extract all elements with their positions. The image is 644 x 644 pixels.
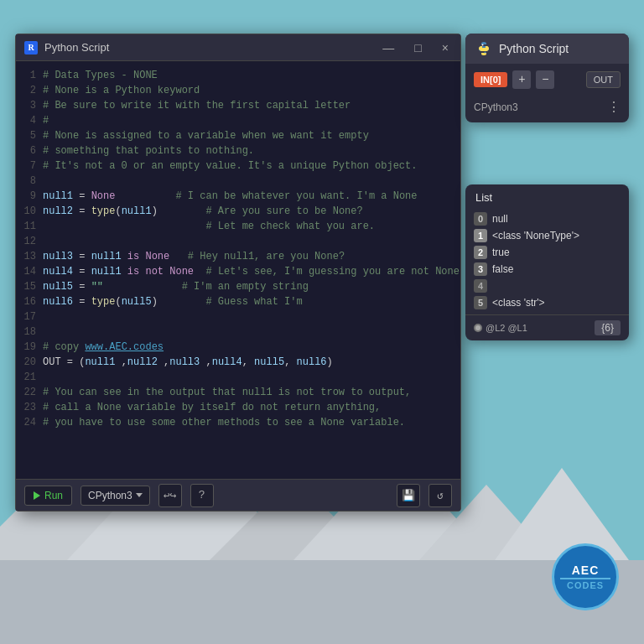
list-item-index: 2	[474, 246, 487, 259]
line-numbers: 123456789101112131415161718192021222324	[16, 61, 39, 479]
run-button[interactable]: Run	[24, 486, 72, 506]
aec-divider	[560, 578, 610, 579]
editor-statusbar: Run CPython3 ↩↪ ? 💾 ↺	[16, 479, 460, 511]
list-panel: List 0null1<class 'NoneType'>2true3false…	[465, 184, 629, 340]
node-interpreter: CPython3 ⋮	[465, 96, 629, 122]
aec-text: AEC	[572, 564, 600, 577]
window-controls: — □ ×	[379, 39, 452, 56]
list-item: 2true	[465, 244, 629, 261]
run-icon	[34, 491, 40, 500]
list-item: 4	[465, 278, 629, 294]
code-editor[interactable]: 123456789101112131415161718192021222324 …	[16, 61, 460, 479]
node-title: Python Script	[499, 42, 569, 55]
list-item: 0null	[465, 210, 629, 227]
list-footer-left: @L2 @L1	[486, 323, 527, 333]
list-item-index: 0	[474, 212, 487, 226]
codes-text: CODES	[567, 580, 604, 590]
help-icon[interactable]: ?	[190, 484, 214, 507]
interpreter-select[interactable]: CPython3	[80, 486, 150, 506]
editor-window: R Python Script — □ × 123456789101112131…	[15, 34, 461, 512]
port-add-button[interactable]: +	[512, 70, 531, 89]
list-item-index: 5	[474, 296, 487, 309]
list-item: 3false	[465, 261, 629, 278]
port-out[interactable]: OUT	[586, 71, 621, 88]
list-count: {6}	[595, 320, 621, 335]
maximize-button[interactable]: □	[411, 39, 424, 56]
list-item-value: <class 'str'>	[492, 297, 545, 309]
list-items: 0null1<class 'NoneType'>2true3false45<cl…	[465, 207, 629, 314]
node-panel: Python Script IN[0] + − OUT CPython3 ⋮	[465, 34, 629, 122]
list-item-index: 4	[474, 279, 487, 293]
undo-icon[interactable]: ↺	[428, 484, 452, 507]
close-button[interactable]: ×	[439, 39, 452, 56]
list-item-value: false	[492, 263, 513, 275]
refresh-icon[interactable]: ↩↪	[158, 484, 182, 507]
node-interpreter-label: CPython3	[474, 101, 518, 113]
svg-rect-0	[0, 560, 644, 644]
list-item-value: true	[492, 247, 510, 258]
svg-marker-6	[495, 468, 629, 560]
window-title: Python Script	[44, 41, 379, 54]
connection-dot	[474, 324, 482, 332]
list-item: 5<class 'str'>	[465, 294, 629, 311]
list-item: 1<class 'NoneType'>	[465, 227, 629, 244]
list-connection: @L2 @L1	[474, 323, 527, 333]
port-in[interactable]: IN[0]	[474, 72, 507, 87]
python-logo-icon	[475, 40, 492, 57]
code-content[interactable]: # Data Types - NONE# None is a Python ke…	[39, 61, 460, 479]
app-icon: R	[24, 41, 38, 55]
list-footer: @L2 @L1 {6}	[465, 314, 629, 340]
save-icon[interactable]: 💾	[397, 484, 420, 507]
svg-point-7	[482, 44, 484, 46]
minimize-button[interactable]: —	[379, 39, 397, 56]
list-item-index: 3	[474, 262, 487, 276]
list-item-value: null	[492, 213, 508, 225]
list-item-index: 1	[474, 229, 487, 242]
window-titlebar: R Python Script — □ ×	[16, 34, 460, 61]
list-item-value: <class 'NoneType'>	[492, 230, 579, 242]
node-header: Python Script	[465, 34, 629, 64]
dropdown-arrow-icon	[136, 493, 143, 497]
list-header: List	[465, 184, 629, 207]
node-menu-icon[interactable]: ⋮	[607, 99, 621, 116]
port-remove-button[interactable]: −	[536, 70, 554, 89]
run-label: Run	[44, 490, 63, 501]
aec-logo: AEC CODES	[552, 543, 619, 610]
node-ports: IN[0] + − OUT	[465, 64, 629, 96]
svg-point-8	[485, 52, 486, 54]
interpreter-label: CPython3	[88, 490, 132, 501]
